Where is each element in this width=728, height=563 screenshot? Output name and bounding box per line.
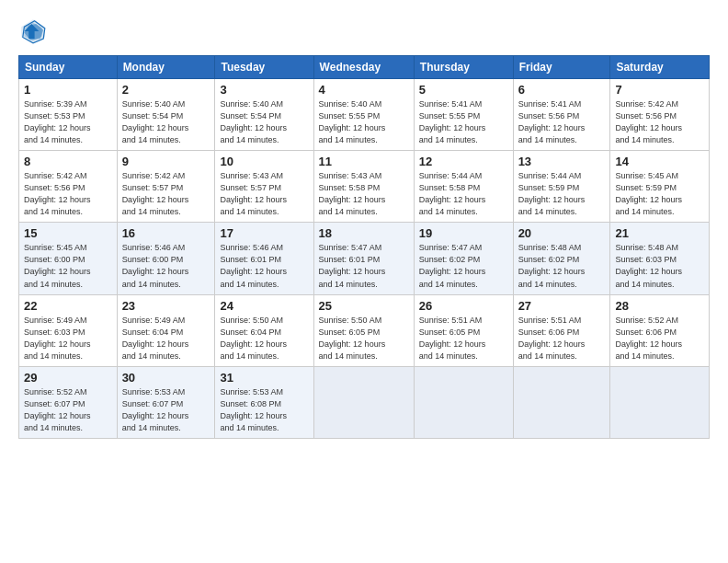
calendar-day-cell — [414, 366, 513, 438]
calendar-day-cell: 16 Sunrise: 5:46 AMSunset: 6:00 PMDaylig… — [117, 223, 215, 294]
day-info: Sunrise: 5:48 AMSunset: 6:02 PMDaylight:… — [518, 242, 606, 290]
day-info: Sunrise: 5:53 AMSunset: 6:07 PMDaylight:… — [122, 386, 210, 434]
day-number: 2 — [122, 83, 210, 97]
day-info: Sunrise: 5:51 AMSunset: 6:05 PMDaylight:… — [419, 315, 508, 362]
day-number: 7 — [615, 83, 704, 97]
day-number: 5 — [419, 83, 508, 97]
day-number: 14 — [615, 155, 704, 168]
weekday-header: Sunday — [19, 56, 118, 79]
calendar-day-cell: 21 Sunrise: 5:48 AMSunset: 6:03 PMDaylig… — [610, 223, 710, 294]
day-number: 28 — [615, 299, 704, 313]
day-number: 8 — [24, 155, 112, 168]
calendar-day-cell: 29 Sunrise: 5:52 AMSunset: 6:07 PMDaylig… — [19, 366, 118, 438]
calendar-day-cell: 25 Sunrise: 5:50 AMSunset: 6:05 PMDaylig… — [313, 294, 414, 366]
weekday-header: Tuesday — [215, 56, 313, 79]
calendar-day-cell: 9 Sunrise: 5:42 AMSunset: 5:57 PMDayligh… — [117, 151, 215, 223]
calendar-week-row: 15 Sunrise: 5:45 AMSunset: 6:00 PMDaylig… — [19, 223, 710, 294]
day-info: Sunrise: 5:50 AMSunset: 6:05 PMDaylight:… — [319, 315, 409, 362]
weekday-header: Saturday — [610, 56, 710, 79]
day-number: 13 — [518, 155, 606, 168]
day-number: 12 — [419, 155, 508, 168]
header — [18, 17, 710, 46]
day-number: 31 — [220, 371, 308, 385]
calendar-day-cell — [513, 366, 610, 438]
day-info: Sunrise: 5:42 AMSunset: 5:56 PMDaylight:… — [615, 98, 704, 146]
day-number: 27 — [518, 299, 606, 313]
day-info: Sunrise: 5:41 AMSunset: 5:56 PMDaylight:… — [518, 98, 606, 146]
calendar-day-cell — [313, 366, 414, 438]
day-number: 29 — [24, 371, 112, 385]
day-number: 16 — [122, 226, 210, 240]
calendar-day-cell: 19 Sunrise: 5:47 AMSunset: 6:02 PMDaylig… — [414, 223, 513, 294]
day-number: 24 — [220, 299, 308, 313]
day-info: Sunrise: 5:47 AMSunset: 6:02 PMDaylight:… — [419, 242, 508, 290]
day-info: Sunrise: 5:40 AMSunset: 5:55 PMDaylight:… — [319, 98, 409, 146]
calendar-day-cell: 24 Sunrise: 5:50 AMSunset: 6:04 PMDaylig… — [215, 294, 313, 366]
day-info: Sunrise: 5:46 AMSunset: 6:00 PMDaylight:… — [122, 242, 210, 290]
calendar-day-cell: 17 Sunrise: 5:46 AMSunset: 6:01 PMDaylig… — [215, 223, 313, 294]
calendar-day-cell: 30 Sunrise: 5:53 AMSunset: 6:07 PMDaylig… — [117, 366, 215, 438]
day-number: 23 — [122, 299, 210, 313]
calendar-day-cell: 15 Sunrise: 5:45 AMSunset: 6:00 PMDaylig… — [19, 223, 118, 294]
calendar-week-row: 1 Sunrise: 5:39 AMSunset: 5:53 PMDayligh… — [19, 79, 710, 151]
calendar-day-cell: 6 Sunrise: 5:41 AMSunset: 5:56 PMDayligh… — [513, 79, 610, 151]
calendar-day-cell: 4 Sunrise: 5:40 AMSunset: 5:55 PMDayligh… — [313, 79, 414, 151]
day-number: 26 — [419, 299, 508, 313]
day-number: 18 — [319, 226, 409, 240]
calendar-day-cell: 22 Sunrise: 5:49 AMSunset: 6:03 PMDaylig… — [19, 294, 118, 366]
calendar-day-cell: 28 Sunrise: 5:52 AMSunset: 6:06 PMDaylig… — [610, 294, 710, 366]
calendar-day-cell: 1 Sunrise: 5:39 AMSunset: 5:53 PMDayligh… — [19, 79, 118, 151]
day-info: Sunrise: 5:39 AMSunset: 5:53 PMDaylight:… — [24, 98, 112, 146]
calendar-day-cell: 20 Sunrise: 5:48 AMSunset: 6:02 PMDaylig… — [513, 223, 610, 294]
calendar-day-cell: 3 Sunrise: 5:40 AMSunset: 5:54 PMDayligh… — [215, 79, 313, 151]
day-info: Sunrise: 5:42 AMSunset: 5:56 PMDaylight:… — [24, 170, 112, 218]
calendar-day-cell: 5 Sunrise: 5:41 AMSunset: 5:55 PMDayligh… — [414, 79, 513, 151]
day-number: 25 — [319, 299, 409, 313]
day-info: Sunrise: 5:49 AMSunset: 6:04 PMDaylight:… — [122, 315, 210, 362]
weekday-header: Monday — [117, 56, 215, 79]
day-info: Sunrise: 5:43 AMSunset: 5:57 PMDaylight:… — [220, 170, 308, 218]
day-info: Sunrise: 5:40 AMSunset: 5:54 PMDaylight:… — [122, 98, 210, 146]
day-number: 17 — [220, 226, 308, 240]
calendar-day-cell: 31 Sunrise: 5:53 AMSunset: 6:08 PMDaylig… — [215, 366, 313, 438]
calendar-day-cell: 26 Sunrise: 5:51 AMSunset: 6:05 PMDaylig… — [414, 294, 513, 366]
calendar-table: SundayMondayTuesdayWednesdayThursdayFrid… — [18, 55, 710, 439]
day-number: 21 — [615, 226, 704, 240]
day-info: Sunrise: 5:40 AMSunset: 5:54 PMDaylight:… — [220, 98, 308, 146]
day-info: Sunrise: 5:47 AMSunset: 6:01 PMDaylight:… — [319, 242, 409, 290]
day-info: Sunrise: 5:52 AMSunset: 6:07 PMDaylight:… — [24, 386, 112, 434]
calendar-day-cell: 11 Sunrise: 5:43 AMSunset: 5:58 PMDaylig… — [313, 151, 414, 223]
day-number: 19 — [419, 226, 508, 240]
day-number: 22 — [24, 299, 112, 313]
day-info: Sunrise: 5:48 AMSunset: 6:03 PMDaylight:… — [615, 242, 704, 290]
calendar-day-cell: 8 Sunrise: 5:42 AMSunset: 5:56 PMDayligh… — [19, 151, 118, 223]
day-info: Sunrise: 5:45 AMSunset: 6:00 PMDaylight:… — [24, 242, 112, 290]
day-number: 1 — [24, 83, 112, 97]
calendar-day-cell: 23 Sunrise: 5:49 AMSunset: 6:04 PMDaylig… — [117, 294, 215, 366]
day-info: Sunrise: 5:46 AMSunset: 6:01 PMDaylight:… — [220, 242, 308, 290]
weekday-header: Friday — [513, 56, 610, 79]
day-number: 15 — [24, 226, 112, 240]
day-info: Sunrise: 5:51 AMSunset: 6:06 PMDaylight:… — [518, 315, 606, 362]
day-number: 3 — [220, 83, 308, 97]
day-number: 20 — [518, 226, 606, 240]
day-info: Sunrise: 5:49 AMSunset: 6:03 PMDaylight:… — [24, 315, 112, 362]
logo — [18, 17, 51, 46]
calendar-day-cell: 14 Sunrise: 5:45 AMSunset: 5:59 PMDaylig… — [610, 151, 710, 223]
day-info: Sunrise: 5:45 AMSunset: 5:59 PMDaylight:… — [615, 170, 704, 218]
calendar-week-row: 8 Sunrise: 5:42 AMSunset: 5:56 PMDayligh… — [19, 151, 710, 223]
day-number: 6 — [518, 83, 606, 97]
day-info: Sunrise: 5:53 AMSunset: 6:08 PMDaylight:… — [220, 386, 308, 434]
calendar-day-cell: 13 Sunrise: 5:44 AMSunset: 5:59 PMDaylig… — [513, 151, 610, 223]
calendar-day-cell — [610, 366, 710, 438]
day-info: Sunrise: 5:52 AMSunset: 6:06 PMDaylight:… — [615, 315, 704, 362]
day-info: Sunrise: 5:50 AMSunset: 6:04 PMDaylight:… — [220, 315, 308, 362]
calendar-day-cell: 12 Sunrise: 5:44 AMSunset: 5:58 PMDaylig… — [414, 151, 513, 223]
page: SundayMondayTuesdayWednesdayThursdayFrid… — [0, 0, 728, 563]
day-info: Sunrise: 5:42 AMSunset: 5:57 PMDaylight:… — [122, 170, 210, 218]
calendar-day-cell: 7 Sunrise: 5:42 AMSunset: 5:56 PMDayligh… — [610, 79, 710, 151]
weekday-header: Wednesday — [313, 56, 414, 79]
calendar-day-cell: 27 Sunrise: 5:51 AMSunset: 6:06 PMDaylig… — [513, 294, 610, 366]
day-info: Sunrise: 5:43 AMSunset: 5:58 PMDaylight:… — [319, 170, 409, 218]
calendar-week-row: 29 Sunrise: 5:52 AMSunset: 6:07 PMDaylig… — [19, 366, 710, 438]
